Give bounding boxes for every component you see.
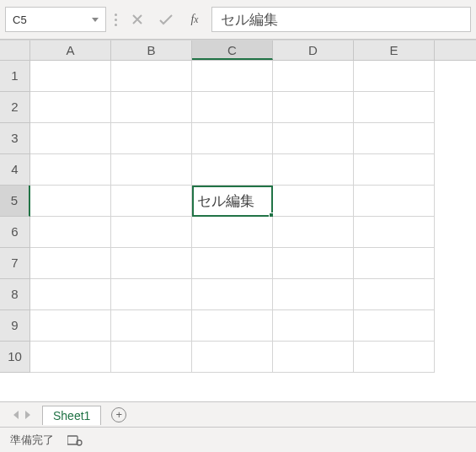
name-box[interactable]: C5 [5,7,106,32]
cell[interactable] [273,61,354,92]
cell[interactable] [111,123,192,154]
cancel-icon[interactable] [126,8,149,31]
row-header[interactable]: 1 [0,61,30,92]
cell[interactable] [111,186,192,217]
column-header[interactable]: E [354,40,435,60]
cell[interactable] [30,61,111,92]
cell[interactable] [273,310,354,342]
cell[interactable] [273,248,354,279]
cell[interactable] [354,248,435,279]
cell[interactable] [354,123,435,154]
add-sheet-button[interactable]: + [111,407,126,422]
cell[interactable] [111,342,192,373]
cell[interactable] [30,342,111,373]
column-header[interactable]: A [30,40,111,60]
cell[interactable] [111,61,192,92]
prev-sheet-icon[interactable] [13,411,19,419]
formula-bar: C5 fx セル編集 [0,0,476,40]
cell[interactable] [192,154,273,186]
cell[interactable] [30,279,111,310]
row-header[interactable]: 8 [0,279,30,310]
cell[interactable] [30,310,111,342]
cell[interactable] [354,342,435,373]
macro-record-icon[interactable] [67,434,83,446]
cell[interactable] [354,310,435,342]
row-header[interactable]: 4 [0,154,30,186]
cell[interactable] [30,123,111,154]
cell[interactable] [30,154,111,186]
next-sheet-icon[interactable] [25,411,30,419]
row-header[interactable]: 10 [0,342,30,373]
cell[interactable] [192,92,273,123]
formula-input-value: セル編集 [221,10,278,30]
cell[interactable] [111,279,192,310]
drag-handle-icon [111,13,120,26]
cell[interactable] [273,217,354,248]
chevron-down-icon [92,18,99,22]
row-header[interactable]: 3 [0,123,30,154]
cell[interactable] [192,310,273,342]
cell[interactable] [111,310,192,342]
status-text: 準備完了 [10,433,54,448]
grid-rows: 1 2 3 4 5セル編集 6 7 8 9 10 [0,61,476,401]
cell[interactable] [30,92,111,123]
cell[interactable] [354,154,435,186]
cell[interactable] [192,279,273,310]
cell[interactable] [30,217,111,248]
cell[interactable] [273,342,354,373]
cell[interactable] [192,342,273,373]
cell[interactable] [30,186,111,217]
row-header[interactable]: 9 [0,310,30,342]
cell[interactable] [273,123,354,154]
row-header[interactable]: 5 [0,186,30,217]
select-all-corner[interactable] [0,40,30,60]
sheet-tab[interactable]: Sheet1 [42,406,101,425]
cell[interactable] [192,123,273,154]
cell[interactable] [354,186,435,217]
cell[interactable] [111,154,192,186]
cell[interactable] [354,92,435,123]
cell-selected[interactable]: セル編集 [192,186,273,217]
cell[interactable] [192,248,273,279]
cell[interactable] [192,217,273,248]
row-header[interactable]: 6 [0,217,30,248]
row-header[interactable]: 2 [0,92,30,123]
column-header[interactable]: B [111,40,192,60]
sheet-tab-bar: Sheet1 + [0,401,476,427]
cell[interactable] [111,217,192,248]
enter-icon[interactable] [154,8,178,31]
cell[interactable] [273,92,354,123]
cell-value: セル編集 [197,193,254,209]
status-bar: 準備完了 [0,427,476,452]
cell[interactable] [273,154,354,186]
formula-input[interactable]: セル編集 [211,7,471,32]
column-header[interactable]: C [192,40,273,60]
svg-rect-0 [67,436,78,444]
cell[interactable] [273,279,354,310]
row-header[interactable]: 7 [0,248,30,279]
fx-icon[interactable]: fx [183,8,206,31]
spreadsheet-grid: A B C D E 1 2 3 4 5セル編集 6 7 8 9 10 [0,40,476,401]
cell[interactable] [354,61,435,92]
cell[interactable] [30,248,111,279]
name-box-value: C5 [13,13,27,26]
column-headers: A B C D E [0,40,476,61]
cell[interactable] [111,92,192,123]
column-header[interactable]: D [273,40,354,60]
cell[interactable] [111,248,192,279]
cell[interactable] [192,61,273,92]
cell[interactable] [273,186,354,217]
tab-nav [5,411,39,419]
cell[interactable] [354,217,435,248]
cell[interactable] [354,279,435,310]
